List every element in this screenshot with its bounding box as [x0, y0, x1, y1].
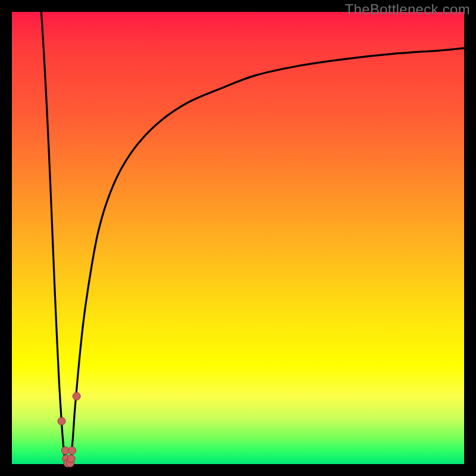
watermark-text: TheBottleneck.com — [345, 1, 470, 18]
data-marker — [68, 447, 76, 455]
chart-frame: TheBottleneck.com — [0, 0, 476, 476]
data-marker — [58, 417, 65, 425]
data-marker — [73, 393, 80, 400]
data-marker — [67, 455, 75, 462]
right-branch-curve — [71, 48, 464, 464]
chart-svg — [12, 12, 464, 464]
left-branch-curve — [41, 12, 65, 464]
curve-group — [41, 12, 464, 464]
